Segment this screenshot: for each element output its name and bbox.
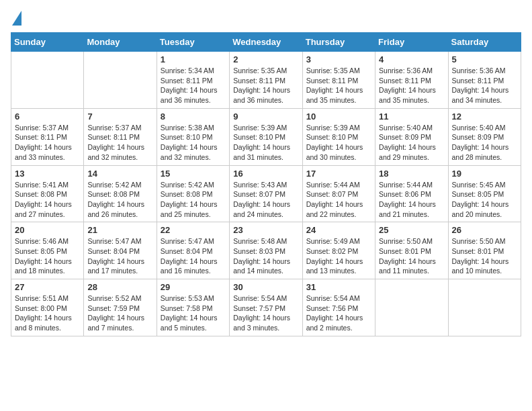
calendar-cell: 22Sunrise: 5:47 AM Sunset: 8:04 PM Dayli… xyxy=(157,222,229,279)
day-number: 25 xyxy=(379,225,444,235)
calendar-cell: 7Sunrise: 5:37 AM Sunset: 8:11 PM Daylig… xyxy=(84,108,157,165)
day-number: 26 xyxy=(452,225,517,235)
calendar-cell: 31Sunrise: 5:54 AM Sunset: 7:56 PM Dayli… xyxy=(302,279,375,336)
calendar-cell: 15Sunrise: 5:42 AM Sunset: 8:08 PM Dayli… xyxy=(157,165,229,222)
day-number: 31 xyxy=(306,282,371,292)
day-content: Sunrise: 5:43 AM Sunset: 8:07 PM Dayligh… xyxy=(233,180,298,220)
day-content: Sunrise: 5:46 AM Sunset: 8:05 PM Dayligh… xyxy=(15,236,80,276)
day-number: 14 xyxy=(87,169,152,179)
day-number: 8 xyxy=(161,111,226,122)
day-number: 19 xyxy=(452,169,517,179)
day-content: Sunrise: 5:37 AM Sunset: 8:11 PM Dayligh… xyxy=(87,123,152,163)
day-content: Sunrise: 5:39 AM Sunset: 8:10 PM Dayligh… xyxy=(306,123,371,163)
calendar-week-3: 13Sunrise: 5:41 AM Sunset: 8:08 PM Dayli… xyxy=(11,165,521,222)
weekday-header-saturday: Saturday xyxy=(448,33,521,52)
day-content: Sunrise: 5:35 AM Sunset: 8:11 PM Dayligh… xyxy=(233,66,298,105)
day-number: 24 xyxy=(306,225,371,235)
day-content: Sunrise: 5:41 AM Sunset: 8:08 PM Dayligh… xyxy=(15,180,80,220)
weekday-header-sunday: Sunday xyxy=(11,33,84,52)
calendar-cell: 4Sunrise: 5:36 AM Sunset: 8:11 PM Daylig… xyxy=(375,52,448,109)
calendar-cell: 30Sunrise: 5:54 AM Sunset: 7:57 PM Dayli… xyxy=(230,279,302,336)
calendar-cell: 12Sunrise: 5:40 AM Sunset: 8:09 PM Dayli… xyxy=(448,108,521,165)
calendar-cell: 21Sunrise: 5:47 AM Sunset: 8:04 PM Dayli… xyxy=(84,222,157,279)
day-number: 13 xyxy=(15,169,80,179)
calendar-table: SundayMondayTuesdayWednesdayThursdayFrid… xyxy=(11,32,521,336)
day-content: Sunrise: 5:45 AM Sunset: 8:05 PM Dayligh… xyxy=(452,180,517,220)
day-number: 20 xyxy=(15,225,80,235)
day-content: Sunrise: 5:54 AM Sunset: 7:56 PM Dayligh… xyxy=(306,293,371,333)
day-number: 2 xyxy=(233,54,298,64)
calendar-cell: 25Sunrise: 5:50 AM Sunset: 8:01 PM Dayli… xyxy=(375,222,448,279)
day-number: 7 xyxy=(87,111,152,122)
calendar-cell: 19Sunrise: 5:45 AM Sunset: 8:05 PM Dayli… xyxy=(448,165,521,222)
calendar-cell: 13Sunrise: 5:41 AM Sunset: 8:08 PM Dayli… xyxy=(11,165,84,222)
day-content: Sunrise: 5:34 AM Sunset: 8:11 PM Dayligh… xyxy=(161,66,226,105)
day-content: Sunrise: 5:42 AM Sunset: 8:08 PM Dayligh… xyxy=(161,180,226,220)
calendar-header-row: SundayMondayTuesdayWednesdayThursdayFrid… xyxy=(11,33,521,52)
day-content: Sunrise: 5:42 AM Sunset: 8:08 PM Dayligh… xyxy=(87,180,152,220)
day-number: 4 xyxy=(379,54,444,64)
calendar-cell: 18Sunrise: 5:44 AM Sunset: 8:06 PM Dayli… xyxy=(375,165,448,222)
day-number: 23 xyxy=(233,225,298,235)
calendar-cell: 3Sunrise: 5:35 AM Sunset: 8:11 PM Daylig… xyxy=(302,52,375,109)
day-number: 28 xyxy=(87,282,152,292)
day-content: Sunrise: 5:51 AM Sunset: 8:00 PM Dayligh… xyxy=(15,293,80,333)
day-number: 9 xyxy=(233,111,298,122)
calendar-cell xyxy=(84,52,157,109)
calendar-cell: 1Sunrise: 5:34 AM Sunset: 8:11 PM Daylig… xyxy=(157,52,229,109)
weekday-header-tuesday: Tuesday xyxy=(157,33,229,52)
day-number: 27 xyxy=(15,282,80,292)
calendar-cell: 2Sunrise: 5:35 AM Sunset: 8:11 PM Daylig… xyxy=(230,52,302,109)
weekday-header-monday: Monday xyxy=(84,33,157,52)
day-number: 18 xyxy=(379,169,444,179)
calendar-cell: 9Sunrise: 5:39 AM Sunset: 8:10 PM Daylig… xyxy=(230,108,302,165)
calendar-cell: 29Sunrise: 5:53 AM Sunset: 7:58 PM Dayli… xyxy=(157,279,229,336)
day-content: Sunrise: 5:35 AM Sunset: 8:11 PM Dayligh… xyxy=(306,66,371,105)
calendar-week-5: 27Sunrise: 5:51 AM Sunset: 8:00 PM Dayli… xyxy=(11,279,521,336)
day-number: 12 xyxy=(452,111,517,122)
day-content: Sunrise: 5:53 AM Sunset: 7:58 PM Dayligh… xyxy=(161,293,226,333)
calendar-cell: 24Sunrise: 5:49 AM Sunset: 8:02 PM Dayli… xyxy=(302,222,375,279)
calendar-week-4: 20Sunrise: 5:46 AM Sunset: 8:05 PM Dayli… xyxy=(11,222,521,279)
calendar-cell: 17Sunrise: 5:44 AM Sunset: 8:07 PM Dayli… xyxy=(302,165,375,222)
calendar-cell xyxy=(448,279,521,336)
calendar-cell: 8Sunrise: 5:38 AM Sunset: 8:10 PM Daylig… xyxy=(157,108,229,165)
day-content: Sunrise: 5:38 AM Sunset: 8:10 PM Dayligh… xyxy=(161,123,226,163)
day-content: Sunrise: 5:36 AM Sunset: 8:11 PM Dayligh… xyxy=(379,66,444,105)
day-number: 15 xyxy=(161,169,226,179)
day-content: Sunrise: 5:54 AM Sunset: 7:57 PM Dayligh… xyxy=(233,293,298,333)
day-content: Sunrise: 5:37 AM Sunset: 8:11 PM Dayligh… xyxy=(15,123,80,163)
day-content: Sunrise: 5:48 AM Sunset: 8:03 PM Dayligh… xyxy=(233,236,298,276)
day-content: Sunrise: 5:36 AM Sunset: 8:11 PM Dayligh… xyxy=(452,66,517,105)
day-content: Sunrise: 5:50 AM Sunset: 8:01 PM Dayligh… xyxy=(452,236,517,276)
calendar-cell: 11Sunrise: 5:40 AM Sunset: 8:09 PM Dayli… xyxy=(375,108,448,165)
day-number: 3 xyxy=(306,54,371,64)
logo-triangle-icon xyxy=(12,11,21,26)
calendar-cell: 5Sunrise: 5:36 AM Sunset: 8:11 PM Daylig… xyxy=(448,52,521,109)
day-number: 17 xyxy=(306,169,371,179)
day-number: 21 xyxy=(87,225,152,235)
day-content: Sunrise: 5:49 AM Sunset: 8:02 PM Dayligh… xyxy=(306,236,371,276)
day-content: Sunrise: 5:50 AM Sunset: 8:01 PM Dayligh… xyxy=(379,236,444,276)
calendar-cell: 14Sunrise: 5:42 AM Sunset: 8:08 PM Dayli… xyxy=(84,165,157,222)
calendar-cell: 26Sunrise: 5:50 AM Sunset: 8:01 PM Dayli… xyxy=(448,222,521,279)
calendar-cell xyxy=(11,52,84,109)
day-number: 22 xyxy=(161,225,226,235)
calendar-cell: 6Sunrise: 5:37 AM Sunset: 8:11 PM Daylig… xyxy=(11,108,84,165)
calendar-cell: 16Sunrise: 5:43 AM Sunset: 8:07 PM Dayli… xyxy=(230,165,302,222)
calendar-cell: 20Sunrise: 5:46 AM Sunset: 8:05 PM Dayli… xyxy=(11,222,84,279)
day-number: 5 xyxy=(452,54,517,64)
weekday-header-wednesday: Wednesday xyxy=(230,33,302,52)
weekday-header-friday: Friday xyxy=(375,33,448,52)
day-content: Sunrise: 5:47 AM Sunset: 8:04 PM Dayligh… xyxy=(87,236,152,276)
calendar-cell: 28Sunrise: 5:52 AM Sunset: 7:59 PM Dayli… xyxy=(84,279,157,336)
day-number: 6 xyxy=(15,111,80,122)
calendar-week-1: 1Sunrise: 5:34 AM Sunset: 8:11 PM Daylig… xyxy=(11,52,521,109)
day-content: Sunrise: 5:40 AM Sunset: 8:09 PM Dayligh… xyxy=(452,123,517,163)
day-content: Sunrise: 5:52 AM Sunset: 7:59 PM Dayligh… xyxy=(87,293,152,333)
day-number: 11 xyxy=(379,111,444,122)
day-number: 10 xyxy=(306,111,371,122)
day-content: Sunrise: 5:39 AM Sunset: 8:10 PM Dayligh… xyxy=(233,123,298,163)
page-header xyxy=(11,11,521,26)
calendar-week-2: 6Sunrise: 5:37 AM Sunset: 8:11 PM Daylig… xyxy=(11,108,521,165)
